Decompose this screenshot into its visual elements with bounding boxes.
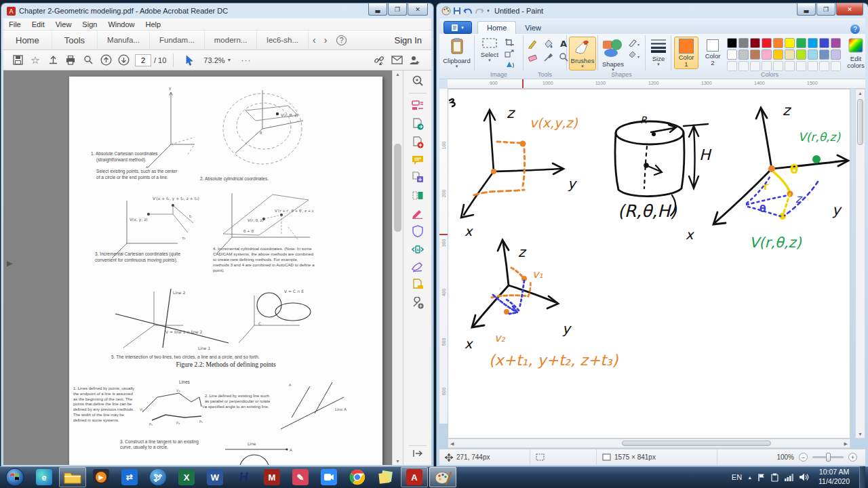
tab-doc-manufa[interactable]: Manufa... (98, 30, 150, 49)
menu-sign[interactable]: Sign (77, 20, 102, 28)
email-icon[interactable] (388, 52, 406, 68)
tray-action-center-icon[interactable] (771, 473, 779, 482)
palette-empty-slot[interactable] (773, 61, 783, 71)
taskbar-explorer[interactable] (59, 467, 86, 487)
palette-color-swatch[interactable] (796, 38, 806, 48)
menu-edit[interactable]: Edit (26, 20, 50, 28)
certificates-icon[interactable] (412, 262, 424, 272)
search-tools-icon[interactable] (412, 75, 424, 87)
tray-flag-icon[interactable] (757, 473, 766, 482)
protect-icon[interactable] (412, 225, 423, 237)
acrobat-close-button[interactable]: ✕ (408, 3, 428, 16)
panel-collapse-icon[interactable] (412, 449, 423, 458)
page-nav-arrow[interactable]: ▶ (7, 259, 12, 268)
paint-help-icon[interactable]: ? (850, 24, 860, 34)
qat-save-icon[interactable] (453, 7, 461, 15)
palette-color-swatch[interactable] (727, 38, 737, 48)
palette-color-swatch[interactable] (762, 38, 772, 48)
zoom-slider[interactable] (812, 456, 844, 458)
canvas-hscrollbar-thumb[interactable] (622, 441, 771, 446)
tab-doc-fundam[interactable]: Fundam... (150, 30, 205, 49)
fill-bucket-icon[interactable] (543, 39, 553, 49)
share-icon[interactable] (44, 52, 62, 68)
palette-color-swatch[interactable] (796, 49, 806, 60)
qat-customize-caret-icon[interactable]: ▼ (486, 9, 490, 13)
star-icon[interactable]: ☆ (26, 52, 44, 68)
palette-color-swatch[interactable] (819, 38, 829, 48)
taskbar-pen-app[interactable]: ✎ (287, 467, 314, 487)
taskbar-word[interactable]: W (201, 467, 229, 487)
canvas-vscrollbar-thumb[interactable] (857, 99, 863, 145)
taskbar-adobe-reader[interactable]: A (401, 467, 428, 487)
palette-color-swatch[interactable] (785, 49, 795, 60)
more-tools-icon[interactable] (412, 297, 424, 309)
tab-doc-lec6[interactable]: lec6-sh... (257, 30, 309, 49)
tab-paint-home[interactable]: Home (477, 21, 516, 34)
zoom-out-button[interactable]: − (799, 453, 808, 462)
menu-file[interactable]: File (3, 20, 26, 28)
palette-color-swatch[interactable] (727, 49, 737, 60)
tray-clock[interactable]: 10:07 AM 11/4/2020 (814, 468, 854, 486)
palette-color-swatch[interactable] (738, 38, 749, 48)
taskbar-chrome[interactable] (344, 467, 371, 487)
tab-scroll-prev[interactable]: ‹ (309, 35, 320, 45)
palette-empty-slot[interactable] (808, 61, 818, 71)
taskbar-edge[interactable]: e (31, 467, 58, 487)
page-up-icon[interactable] (97, 52, 115, 68)
palette-color-swatch[interactable] (831, 38, 841, 48)
tray-expand-icon[interactable]: ▲ (747, 475, 752, 480)
paste-button[interactable]: Clipboard▼ (439, 35, 474, 68)
menu-view[interactable]: View (50, 20, 77, 28)
taskbar-media-player[interactable]: ▶ (87, 467, 115, 487)
menu-help[interactable]: Help (140, 20, 167, 28)
taskbar-video-app[interactable] (315, 467, 342, 487)
palette-empty-slot[interactable] (750, 61, 760, 71)
taskbar-paint[interactable] (429, 467, 456, 487)
palette-color-swatch[interactable] (808, 38, 818, 48)
paint-minimize-button[interactable]: ▃ (797, 3, 816, 16)
palette-empty-slot[interactable] (738, 61, 749, 71)
palette-color-swatch[interactable] (750, 38, 760, 48)
menu-window[interactable]: Window (102, 20, 140, 28)
find-icon[interactable] (79, 52, 97, 68)
organize-pages-icon[interactable] (412, 190, 424, 202)
paint-canvas[interactable]: z y x v(x,y,z) R (448, 89, 850, 439)
zoom-slider-thumb[interactable] (826, 453, 831, 462)
fill-sign-icon[interactable] (412, 208, 424, 219)
compress-pdf-icon[interactable]: A (412, 243, 424, 256)
pdf-scrollbar-thumb[interactable] (394, 144, 401, 232)
palette-color-swatch[interactable] (738, 49, 749, 60)
qat-undo-icon[interactable] (463, 7, 473, 15)
tab-tools[interactable]: Tools (52, 30, 98, 49)
create-pdf-icon[interactable] (412, 118, 424, 130)
sign-in-button[interactable]: Sign In (395, 35, 422, 45)
color2-button[interactable]: Color 2 (701, 37, 724, 67)
shape-outline-icon[interactable]: ▾ (628, 39, 640, 47)
eraser-icon[interactable] (528, 52, 538, 62)
size-button[interactable]: Size▼ (648, 38, 669, 66)
zoom-level-value[interactable]: 73.2% (203, 56, 224, 64)
color1-button[interactable]: Color 1 (674, 37, 698, 69)
palette-empty-slot[interactable] (796, 61, 806, 71)
pdf-scrollbar[interactable]: ▲ ▼ (392, 70, 403, 465)
taskbar-teamviewer[interactable]: ⇄ (116, 467, 143, 487)
palette-color-swatch[interactable] (773, 49, 783, 60)
show-desktop-button[interactable] (859, 466, 865, 488)
palette-empty-slot[interactable] (831, 61, 841, 71)
taskbar-mendeley[interactable]: M (258, 467, 285, 487)
palette-empty-slot[interactable] (785, 61, 795, 71)
send-comments-icon[interactable] (412, 279, 424, 291)
shape-fill-icon[interactable]: ▾ (628, 51, 640, 59)
palette-color-swatch[interactable] (819, 49, 829, 60)
palette-color-swatch[interactable] (785, 38, 795, 48)
acrobat-restore-button[interactable]: ❐ (388, 3, 407, 16)
tab-home[interactable]: Home (3, 30, 52, 49)
select-button[interactable]: Select▼ (477, 37, 502, 62)
resize-icon[interactable] (505, 49, 515, 58)
palette-color-swatch[interactable] (762, 49, 772, 60)
crop-icon[interactable] (505, 38, 515, 47)
tray-language-indicator[interactable]: EN (732, 473, 742, 481)
paint-file-menu-button[interactable]: ▼ (443, 21, 472, 34)
tray-volume-icon[interactable] (800, 473, 809, 481)
select-cursor-icon[interactable] (180, 52, 198, 68)
